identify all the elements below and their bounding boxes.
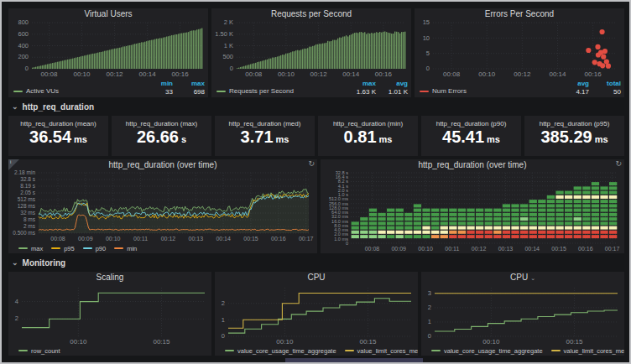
svg-text:2 K: 2 K bbox=[224, 19, 233, 26]
svg-text:3: 3 bbox=[428, 289, 431, 297]
panel-title[interactable]: Errors Per Second bbox=[415, 8, 624, 19]
stat-unit: ms bbox=[595, 134, 608, 144]
svg-text:00:08: 00:08 bbox=[365, 246, 380, 252]
virtual-users-chart[interactable]: 020040060080000:0800:1000:1200:1400:16 bbox=[8, 19, 208, 79]
panel-http-req-duration-line: i ↻ http_req_duration (over time) 0.500 … bbox=[8, 159, 317, 253]
legend-stat-header[interactable]: max bbox=[173, 80, 205, 87]
cpu-1-chart[interactable]: 01200:1000:15 bbox=[215, 283, 418, 346]
svg-text:00:14: 00:14 bbox=[524, 246, 540, 252]
scaling-chart[interactable]: 2400:1000:15 bbox=[8, 283, 211, 346]
panel-title[interactable]: CPU bbox=[215, 272, 418, 283]
svg-text:32.8 s: 32.8 s bbox=[336, 170, 348, 175]
legend-stat-table: maxavg1.63 K1.01 K bbox=[344, 80, 408, 96]
legend-item[interactable]: row_count bbox=[18, 347, 60, 355]
svg-text:8.2 s: 8.2 s bbox=[338, 179, 348, 184]
svg-text:00:09: 00:09 bbox=[391, 246, 406, 252]
legend-series-item[interactable]: Active VUs bbox=[13, 87, 59, 95]
legend-label: value_core_usage_time_aggregate bbox=[237, 347, 336, 355]
panel-title[interactable]: http_req_duration (over time) bbox=[321, 159, 624, 170]
panel-menu-caret-icon[interactable]: ⌄ bbox=[530, 275, 535, 281]
stat-panel-6: http_req_duration (p95)385.29ms bbox=[524, 116, 624, 156]
series-color-swatch bbox=[225, 350, 234, 351]
legend-label: value_limit_cores_mean_aggregate bbox=[564, 347, 624, 355]
stat-title[interactable]: http_req_duration (med) bbox=[229, 120, 301, 127]
stat-title[interactable]: http_req_duration (p95) bbox=[540, 120, 610, 127]
row-header-label: http_req_duration bbox=[23, 102, 95, 112]
duration-row: i ↻ http_req_duration (over time) 0.500 … bbox=[8, 159, 624, 253]
legend-stat-header[interactable]: max bbox=[344, 80, 376, 87]
errors-per-second-chart[interactable]: 05101500:0800:1000:1200:1400:16 bbox=[415, 19, 624, 79]
row-header-label: Monitoring bbox=[23, 258, 66, 268]
svg-text:15: 15 bbox=[423, 19, 430, 26]
bottom-scrollbar[interactable] bbox=[285, 358, 423, 362]
stat-title[interactable]: http_req_duration (p90) bbox=[436, 120, 507, 127]
http-req-duration-heatmap-chart[interactable]: 01.0 ms2.0 ms4.0 ms8.0 ms16.0 ms32.0 ms6… bbox=[321, 170, 624, 253]
svg-text:4: 4 bbox=[15, 298, 18, 305]
legend-item[interactable]: max bbox=[18, 245, 43, 252]
svg-text:00:10: 00:10 bbox=[106, 236, 121, 242]
svg-text:1 K: 1 K bbox=[224, 42, 233, 49]
cpu-1-legend: value_core_usage_time_aggregatevalue_lim… bbox=[215, 346, 418, 356]
stat-number: 3.71 bbox=[241, 127, 274, 147]
stat-title[interactable]: http_req_duration (max) bbox=[126, 120, 197, 127]
legend-series-item[interactable]: Requests per Second bbox=[216, 87, 294, 95]
svg-text:00:15: 00:15 bbox=[359, 338, 377, 346]
stat-title[interactable]: http_req_duration (min) bbox=[333, 120, 403, 127]
svg-text:2: 2 bbox=[15, 315, 18, 322]
row-header-monitoring[interactable]: ⌄ Monitoring bbox=[8, 257, 624, 268]
cpu-2-legend: value_core_usage_time_aggregatevalue_lim… bbox=[421, 346, 624, 356]
stat-value: 45.41ms bbox=[442, 127, 500, 156]
svg-text:00:15: 00:15 bbox=[566, 338, 583, 346]
legend-item[interactable]: value_core_usage_time_aggregate bbox=[225, 347, 336, 355]
svg-text:00:17: 00:17 bbox=[605, 246, 620, 252]
panel-virtual-users: Virtual Users 020040060080000:0800:1000:… bbox=[8, 8, 208, 97]
legend-item[interactable]: p95 bbox=[51, 245, 75, 252]
panel-scaling: Scaling 2400:1000:15 row_count bbox=[8, 272, 211, 356]
refresh-icon[interactable]: ↻ bbox=[615, 159, 622, 168]
legend-item[interactable]: value_limit_cores_mean_aggregate bbox=[345, 347, 418, 355]
svg-text:0: 0 bbox=[230, 65, 233, 72]
svg-text:00:14: 00:14 bbox=[549, 70, 566, 78]
panel-title[interactable]: Requests per Second bbox=[211, 8, 411, 19]
stat-value: 36.54ms bbox=[29, 127, 87, 156]
stat-unit: ms bbox=[276, 134, 289, 144]
http-req-duration-line-chart[interactable]: 0.500 ms2 ms8 ms32 ms128 ms512 ms2.05 s8… bbox=[8, 170, 317, 243]
legend-stat-header[interactable]: total bbox=[589, 80, 621, 87]
legend-stat-header[interactable]: avg bbox=[557, 80, 589, 87]
legend-stat-header[interactable]: min bbox=[141, 80, 173, 87]
svg-text:00:10: 00:10 bbox=[482, 338, 500, 346]
stat-panel-2: http_req_duration (max)26.66s bbox=[112, 116, 211, 156]
svg-text:00:15: 00:15 bbox=[153, 338, 170, 346]
svg-text:00:09: 00:09 bbox=[78, 236, 93, 242]
cpu-2-chart[interactable]: 012300:1000:15 bbox=[421, 283, 624, 346]
refresh-icon[interactable]: ↻ bbox=[308, 159, 315, 168]
svg-text:5: 5 bbox=[426, 49, 430, 57]
stat-unit: ms bbox=[379, 134, 393, 144]
legend-item[interactable]: value_core_usage_time_aggregate bbox=[431, 347, 543, 355]
panel-title[interactable]: http_req_duration (over time) bbox=[8, 159, 317, 170]
stat-unit: s bbox=[181, 134, 186, 144]
legend-item[interactable]: value_limit_cores_mean_aggregate bbox=[551, 347, 624, 355]
panel-title[interactable]: Virtual Users bbox=[8, 8, 208, 19]
panel-title[interactable]: CPU⌄ bbox=[421, 272, 624, 283]
panel-requests-per-second: Requests per Second 05001 K1.50 K2 K00:0… bbox=[211, 8, 411, 97]
svg-text:500: 500 bbox=[222, 53, 233, 60]
svg-text:00:13: 00:13 bbox=[498, 246, 514, 252]
legend-item[interactable]: min bbox=[114, 245, 137, 252]
svg-text:00:08: 00:08 bbox=[50, 236, 65, 242]
stat-title[interactable]: http_req_duration (mean) bbox=[20, 120, 96, 127]
panel-title[interactable]: Scaling bbox=[8, 272, 211, 283]
legend-stat-value: 4.17 bbox=[557, 88, 589, 96]
stat-panel-5: http_req_duration (p90)45.41ms bbox=[421, 116, 521, 156]
series-color-swatch bbox=[18, 247, 28, 249]
legend-item[interactable]: p90 bbox=[83, 245, 107, 252]
legend-stat-header[interactable]: avg bbox=[376, 80, 408, 87]
grafana-dashboard: Virtual Users 020040060080000:0800:1000:… bbox=[0, 0, 631, 364]
svg-text:8 ms: 8 ms bbox=[23, 216, 36, 222]
stat-value: 3.71ms bbox=[241, 127, 289, 156]
svg-text:00:12: 00:12 bbox=[310, 70, 328, 78]
row-header-http-req-duration[interactable]: ⌄ http_req_duration bbox=[8, 101, 624, 112]
requests-per-second-chart[interactable]: 05001 K1.50 K2 K00:0800:1000:1200:1400:1… bbox=[211, 19, 411, 79]
legend-series-item[interactable]: Num Errors bbox=[420, 87, 467, 95]
series-color-swatch bbox=[18, 350, 28, 351]
